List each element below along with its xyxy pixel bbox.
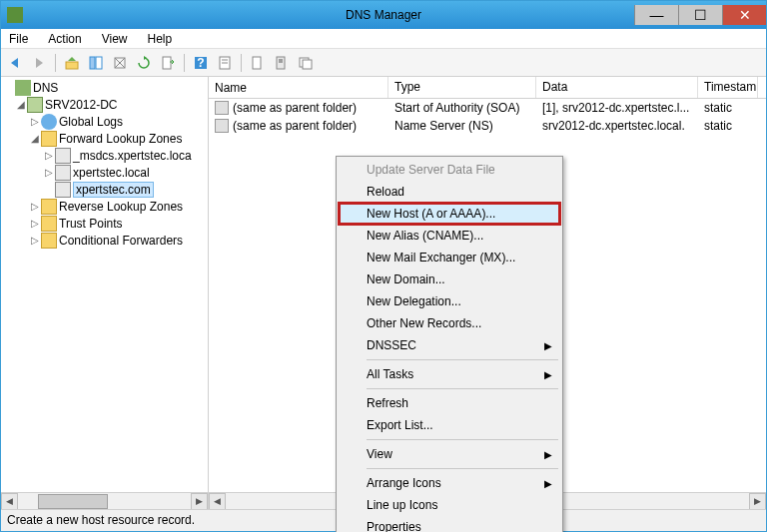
folder-icon xyxy=(41,131,57,147)
menu-separator xyxy=(367,468,558,469)
svg-rect-4 xyxy=(163,57,171,69)
tree-server[interactable]: ◢SRV2012-DC xyxy=(3,96,206,113)
submenu-arrow-icon: ▶ xyxy=(544,340,552,351)
svg-rect-10 xyxy=(253,57,261,69)
menu-new-mx[interactable]: New Mail Exchanger (MX)... xyxy=(339,247,560,268)
menu-new-alias[interactable]: New Alias (CNAME)... xyxy=(339,225,560,247)
expander-icon[interactable]: ▷ xyxy=(43,150,55,161)
tree-scrollbar-h[interactable]: ◀ ▶ xyxy=(1,492,208,509)
submenu-arrow-icon: ▶ xyxy=(544,478,552,489)
expander-icon[interactable]: ▷ xyxy=(29,116,41,127)
expander-icon[interactable]: ◢ xyxy=(15,99,27,110)
svg-rect-0 xyxy=(66,62,78,69)
folder-icon xyxy=(41,233,57,249)
toolbar: ? xyxy=(1,49,766,77)
record-row[interactable]: (same as parent folder) Start of Authori… xyxy=(209,99,766,117)
properties-button[interactable] xyxy=(215,53,235,73)
tree-pane: DNS ◢SRV2012-DC ▷Global Logs ◢Forward Lo… xyxy=(1,77,209,509)
scroll-right-button[interactable]: ▶ xyxy=(191,493,208,510)
refresh-button[interactable] xyxy=(134,53,154,73)
server-icon xyxy=(27,97,43,113)
new-record-button[interactable] xyxy=(248,53,268,73)
menubar: File Action View Help xyxy=(1,29,766,49)
menu-help[interactable]: Help xyxy=(144,31,177,47)
tree-trust-points[interactable]: ▷Trust Points xyxy=(3,215,206,232)
maximize-button[interactable]: ☐ xyxy=(678,5,722,25)
tree-cond-fwd[interactable]: ▷Conditional Forwarders xyxy=(3,232,206,249)
tree-zone-xlocal[interactable]: ▷xpertstec.local xyxy=(3,164,206,181)
show-hide-tree-button[interactable] xyxy=(86,53,106,73)
submenu-arrow-icon: ▶ xyxy=(544,369,552,380)
stack-button[interactable] xyxy=(296,53,316,73)
tree-rev-zones[interactable]: ▷Reverse Lookup Zones xyxy=(3,198,206,215)
tree[interactable]: DNS ◢SRV2012-DC ▷Global Logs ◢Forward Lo… xyxy=(1,77,208,492)
menu-view[interactable]: View xyxy=(98,31,132,47)
scroll-track[interactable] xyxy=(18,493,191,510)
tree-zone-xcom[interactable]: xpertstec.com xyxy=(3,181,206,198)
menu-lineup-icons[interactable]: Line up Icons xyxy=(339,494,560,516)
menu-arrange-icons[interactable]: Arrange Icons▶ xyxy=(339,472,560,494)
svg-rect-2 xyxy=(96,57,102,69)
record-data: [1], srv2012-dc.xpertstec.l... xyxy=(536,100,698,116)
expander-icon[interactable]: ▷ xyxy=(29,218,41,229)
menu-view[interactable]: View▶ xyxy=(339,443,560,465)
menu-reload[interactable]: Reload xyxy=(339,181,560,203)
menu-dnssec[interactable]: DNSSEC▶ xyxy=(339,334,560,356)
close-button[interactable]: ✕ xyxy=(722,5,766,25)
expander-icon[interactable]: ▷ xyxy=(43,167,55,178)
submenu-arrow-icon: ▶ xyxy=(544,449,552,460)
expander-icon[interactable]: ▷ xyxy=(29,235,41,246)
record-name: (same as parent folder) xyxy=(209,118,388,134)
tree-root-dns[interactable]: DNS xyxy=(3,79,206,96)
record-type: Start of Authority (SOA) xyxy=(388,100,536,116)
tree-fwd-zones[interactable]: ◢Forward Lookup Zones xyxy=(3,130,206,147)
menu-new-host[interactable]: New Host (A or AAAA)... xyxy=(339,203,560,225)
folder-icon xyxy=(41,216,57,232)
app-icon xyxy=(7,7,23,23)
titlebar[interactable]: DNS Manager — ☐ ✕ xyxy=(1,1,766,29)
menu-action[interactable]: Action xyxy=(44,31,85,47)
menu-new-domain[interactable]: New Domain... xyxy=(339,268,560,290)
tree-zone-msdcs[interactable]: ▷_msdcs.xpertstec.loca xyxy=(3,147,206,164)
back-button[interactable] xyxy=(5,53,25,73)
col-header-type[interactable]: Type xyxy=(388,77,536,98)
svg-rect-15 xyxy=(303,60,312,69)
up-button[interactable] xyxy=(62,53,82,73)
record-type: Name Server (NS) xyxy=(388,118,536,134)
menu-properties[interactable]: Properties xyxy=(339,516,560,532)
scroll-left-button[interactable]: ◀ xyxy=(1,493,18,510)
scroll-thumb[interactable] xyxy=(38,494,108,509)
col-header-timestamp[interactable]: Timestam xyxy=(698,77,758,98)
status-text: Create a new host resource record. xyxy=(7,513,195,527)
record-icon xyxy=(215,119,229,133)
tree-global-logs[interactable]: ▷Global Logs xyxy=(3,113,206,130)
menu-other-records[interactable]: Other New Records... xyxy=(339,312,560,334)
filter-button[interactable] xyxy=(272,53,292,73)
expander-icon[interactable]: ▷ xyxy=(29,201,41,212)
window-controls: — ☐ ✕ xyxy=(634,5,766,25)
scroll-right-button[interactable]: ▶ xyxy=(749,493,766,510)
col-header-data[interactable]: Data xyxy=(536,77,698,98)
scroll-left-button[interactable]: ◀ xyxy=(209,493,226,510)
menu-new-delegation[interactable]: New Delegation... xyxy=(339,290,560,312)
menu-separator xyxy=(367,439,558,440)
menu-update-server-data: Update Server Data File xyxy=(339,159,560,181)
menu-separator xyxy=(367,359,558,360)
record-row[interactable]: (same as parent folder) Name Server (NS)… xyxy=(209,117,766,135)
record-name: (same as parent folder) xyxy=(209,100,388,116)
forward-button[interactable] xyxy=(29,53,49,73)
export-button[interactable] xyxy=(158,53,178,73)
minimize-button[interactable]: — xyxy=(634,5,678,25)
menu-all-tasks[interactable]: All Tasks▶ xyxy=(339,363,560,385)
menu-refresh[interactable]: Refresh xyxy=(339,392,560,414)
col-header-name[interactable]: Name xyxy=(209,77,388,98)
menu-file[interactable]: File xyxy=(5,31,32,47)
help-button[interactable]: ? xyxy=(191,53,211,73)
zone-icon xyxy=(55,182,71,198)
svg-rect-11 xyxy=(277,57,285,69)
menu-export-list[interactable]: Export List... xyxy=(339,414,560,436)
globe-icon xyxy=(41,114,57,130)
expander-icon[interactable]: ◢ xyxy=(29,133,41,144)
delete-button[interactable] xyxy=(110,53,130,73)
folder-icon xyxy=(41,199,57,215)
